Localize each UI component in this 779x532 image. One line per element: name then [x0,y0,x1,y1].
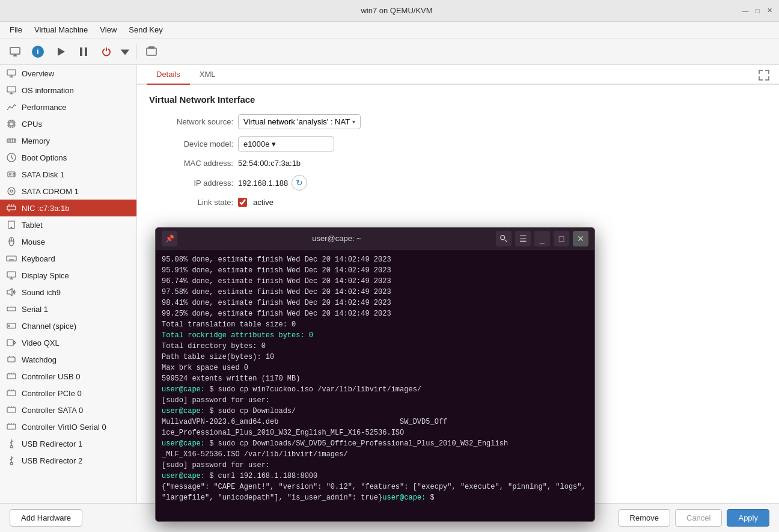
terminal-search-button[interactable] [496,231,512,246]
sidebar-item-label: Memory [22,136,50,145]
sidebar-item-video-qxl[interactable]: Video QXL [0,334,136,351]
sidebar-item-usb-redir1[interactable]: USB Redirector 1 [0,435,136,452]
terminal-line: Max brk space used 0 [162,362,588,373]
menu-send-key[interactable]: Send Key [124,24,167,35]
remove-button[interactable]: Remove [619,509,670,527]
sidebar-item-cpus[interactable]: CPUs [0,115,136,132]
fullscreen-button[interactable] [754,65,774,85]
sidebar-item-label: SATA CDROM 1 [22,187,79,196]
toolbar: i [0,38,779,65]
sidebar-item-channel-spice[interactable]: Channel (spice) [0,317,136,334]
svg-rect-46 [7,256,16,261]
cancel-button[interactable]: Cancel [675,509,722,527]
close-button[interactable]: ✕ [765,6,774,16]
terminal-line: ice_Professional_Plus_2010_W32_English_M… [162,427,588,438]
svg-marker-63 [14,341,16,344]
sidebar-item-tablet[interactable]: Tablet [0,216,136,233]
tab-xml[interactable]: XML [190,65,225,85]
info-toolbar-button[interactable]: i [28,41,48,62]
sidebar-item-watchdog[interactable]: Watchdog [0,351,136,368]
maximize-button[interactable]: □ [753,6,762,16]
titlebar: win7 on QEMU/KVM — □ ✕ [0,0,779,22]
sidebar-item-boot-options[interactable]: Boot Options [0,149,136,166]
terminal-pin-button[interactable]: 📌 [162,231,177,246]
sidebar-item-display-spice[interactable]: Display Spice [0,267,136,284]
sidebar-item-sata-disk[interactable]: SATA Disk 1 [0,166,136,183]
power-dropdown-button[interactable] [119,41,131,62]
terminal-body[interactable]: 95.08% done, estimate finish Wed Dec 20 … [156,249,594,521]
screenshot-button[interactable] [141,41,162,62]
menu-view[interactable]: View [95,24,121,35]
svg-rect-52 [7,272,16,277]
sidebar-item-controller-pcie0[interactable]: Controller PCIe 0 [0,385,136,402]
device-model-select[interactable]: e1000e ▾ [238,136,334,151]
terminal-close-button[interactable]: ✕ [573,231,588,246]
chevron-down-icon: ▾ [352,118,355,125]
sidebar-item-usb-redir2[interactable]: USB Redirector 2 [0,452,136,469]
sidebar-item-sata-cdrom[interactable]: SATA CDROM 1 [0,183,136,200]
svg-rect-37 [7,206,16,210]
device-model-text: e1000e [243,139,269,148]
overview-toolbar-button[interactable] [5,41,25,62]
sidebar-item-mouse[interactable]: Mouse [0,233,136,250]
power-button[interactable] [96,41,117,62]
terminal-line: 95.08% done, estimate finish Wed Dec 20 … [162,254,588,265]
terminal-line: 599524 extents written (1170 MB) [162,373,588,384]
sidebar-item-controller-usb0[interactable]: Controller USB 0 [0,368,136,385]
sidebar-item-nic[interactable]: NIC :c7:3a:1b [0,200,136,216]
terminal-line: Total rockridge attributes bytes: 0 [162,330,588,341]
keyboard-icon [6,253,17,264]
sidebar-item-overview[interactable]: Overview [0,65,136,82]
usb-controller-icon [6,371,17,382]
sidebar-item-label: Channel (spice) [22,322,76,331]
link-state-checkbox[interactable] [238,198,247,207]
sidebar-item-serial[interactable]: Serial 1 [0,301,136,317]
apply-button[interactable]: Apply [727,509,769,527]
ip-address-row: IP address: 192.168.1.188 ↻ [149,175,767,191]
svg-rect-75 [7,408,16,412]
mac-address-label: MAC address: [149,159,233,168]
ip-address-label: IP address: [149,179,233,188]
screen-icon [6,68,17,79]
terminal-line: user@cape: $ curl 192.168.1.188:8000 [162,471,588,482]
terminal-line: 96.74% done, estimate finish Wed Dec 20 … [162,276,588,287]
sidebar-item-label: Keyboard [22,254,55,263]
sidebar-item-sound[interactable]: Sound ich9 [0,284,136,301]
action-buttons: Remove Cancel Apply [619,509,769,527]
terminal-minimize-button[interactable]: _ [534,231,550,246]
svg-rect-60 [7,323,16,328]
menu-file[interactable]: File [5,24,27,35]
terminal-maximize-button[interactable]: □ [554,231,569,246]
sidebar-item-label: Controller VirtIO Serial 0 [22,423,106,432]
tab-details[interactable]: Details [147,65,190,85]
sidebar-item-controller-virtio[interactable]: Controller VirtIO Serial 0 [0,418,136,435]
ip-address-value: 192.168.1.188 ↻ [238,175,307,191]
tablet-icon [6,219,17,230]
sidebar-item-label: Watchdog [22,355,57,364]
play-button[interactable] [50,41,71,62]
terminal-menu-button[interactable]: ☰ [515,231,531,246]
sidebar-item-performance[interactable]: Performance [0,99,136,115]
virtio-icon [6,421,17,432]
sidebar-item-keyboard[interactable]: Keyboard [0,250,136,267]
sidebar-item-controller-sata0[interactable]: Controller SATA 0 [0,402,136,418]
network-source-dropdown[interactable]: Virtual network 'analysis' : NAT ▾ [238,114,361,129]
terminal-line: Path table size(bytes): 10 [162,352,588,362]
minimize-button[interactable]: — [741,6,750,16]
sidebar-item-label: NIC :c7:3a:1b [22,204,70,213]
pause-button[interactable] [73,41,94,62]
refresh-icon: ↻ [296,178,303,188]
search-icon [499,234,508,243]
usb2-icon [6,455,17,466]
svg-rect-0 [10,47,20,54]
chevron-down-icon: ▾ [272,139,276,148]
refresh-ip-button[interactable]: ↻ [292,175,307,191]
menu-virtual-machine[interactable]: Virtual Machine [29,24,93,35]
channel-icon [6,320,17,331]
sidebar-item-os-info[interactable]: OS information [0,82,136,99]
window-title: win7 on QEMU/KVM [53,6,741,15]
add-hardware-button[interactable]: Add Hardware [10,509,82,527]
sidebar-item-memory[interactable]: Memory [0,132,136,149]
power-icon [100,46,112,58]
device-model-row: Device model: e1000e ▾ [149,136,767,151]
